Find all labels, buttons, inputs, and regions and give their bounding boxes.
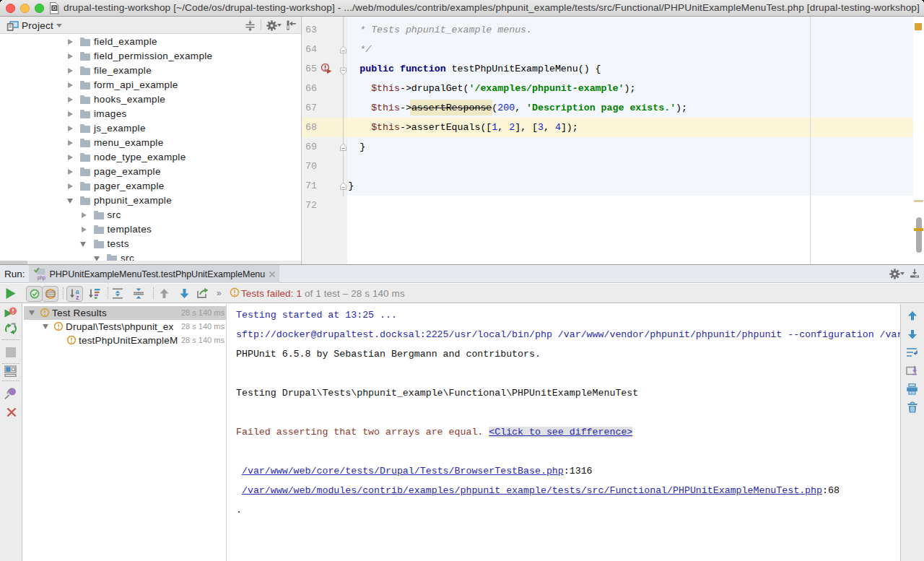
svg-text:z: z [76, 294, 79, 300]
svg-text:php: php [38, 275, 45, 281]
